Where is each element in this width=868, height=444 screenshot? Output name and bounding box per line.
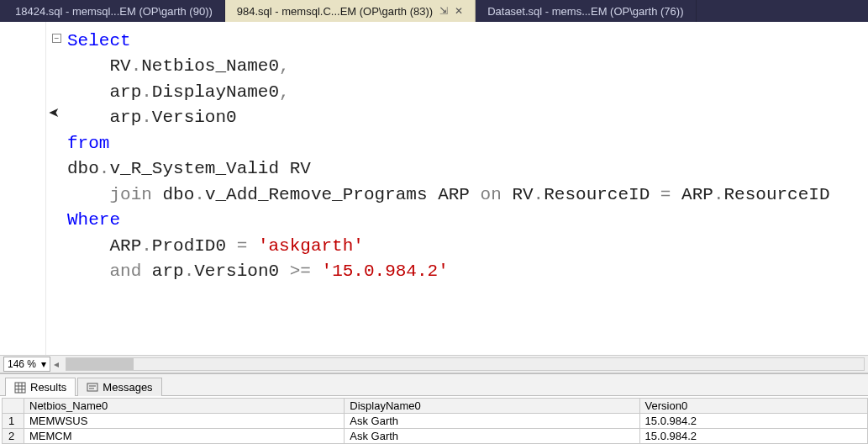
cell[interactable]: Ask Garth [345,414,639,429]
result-tab-strip: Results Messages [0,374,868,396]
scroll-left-icon[interactable]: ◂ [54,358,59,370]
cell[interactable]: Ask Garth [345,429,639,444]
results-grid[interactable]: Netbios_Name0 DisplayName0 Version0 1 ME… [2,398,868,444]
pin-icon[interactable]: ⇲ [439,5,448,17]
zoom-dropdown[interactable]: 146 % ▾ [3,357,50,372]
tab-dataset[interactable]: Dataset.sql - mems...EM (OP\garth (76)) [476,0,696,22]
select-keyword: Select [67,31,131,50]
cell[interactable]: 15.0.984.2 [639,429,867,444]
cell[interactable]: 15.0.984.2 [639,414,867,429]
on-keyword: on [481,185,502,204]
tab-label: Dataset.sql - mems...EM (OP\garth (76)) [487,5,683,18]
tab-results[interactable]: Results [5,378,76,396]
chevron-down-icon: ▾ [41,358,46,370]
results-tab-label: Results [30,381,66,394]
horizontal-scrollbar[interactable] [66,357,865,371]
sql-editor[interactable]: − ➤ Select RV.Netbios_Name0, arp.Display… [0,22,868,355]
tbl2-alias: ARP [438,185,470,204]
svg-rect-0 [15,383,25,393]
tab-label: 18424.sql - memsql...EM (OP\garth (90)) [15,5,213,18]
grid-header-row: Netbios_Name0 DisplayName0 Version0 [3,399,868,414]
tab-label: 984.sql - memsql.C...EM (OP\garth (83)) [237,5,433,18]
outline-gutter [45,22,46,355]
editor-status-bar: 146 % ▾ ◂ [0,355,868,373]
col3-name: Version0 [152,108,237,127]
scrollbar-thumb[interactable] [66,358,134,370]
tbl2-name: v_Add_Remove_Programs [205,185,428,204]
row-number[interactable]: 2 [3,429,24,444]
col1-prefix: RV [109,56,130,76]
svg-rect-5 [87,383,97,391]
zoom-value: 146 % [8,358,36,370]
tab-984[interactable]: 984.sql - memsql.C...EM (OP\garth (83)) … [225,0,476,22]
tab-18424[interactable]: 18424.sql - memsql...EM (OP\garth (90)) [3,0,225,22]
collapse-toggle[interactable]: − [52,34,61,43]
table-row[interactable]: 1 MEMWSUS Ask Garth 15.0.984.2 [3,414,868,429]
corner-cell [3,399,24,414]
table-row[interactable]: 2 MEMCM Ask Garth 15.0.984.2 [3,429,868,444]
messages-tab-label: Messages [103,381,152,394]
col-header[interactable]: Netbios_Name0 [24,399,345,414]
col-header[interactable]: DisplayName0 [345,399,639,414]
where-keyword: Where [67,210,120,230]
cell[interactable]: MEMCM [24,429,345,444]
version-literal: '15.0.984.2' [322,262,449,281]
row-number[interactable]: 1 [3,414,24,429]
ssms-window: 18424.sql - memsql...EM (OP\garth (90)) … [0,0,868,444]
tbl2-schema: dbo [162,185,194,204]
sql-code[interactable]: Select RV.Netbios_Name0, arp.DisplayName… [0,22,868,291]
and-keyword: and [109,262,141,281]
from-keyword: from [67,134,109,153]
cursor-arrow-icon: ➤ [49,104,60,120]
tbl1-schema: dbo [67,159,99,178]
tab-messages[interactable]: Messages [77,378,161,396]
messages-icon [87,382,98,394]
cell[interactable]: MEMWSUS [24,414,345,429]
close-icon[interactable]: ✕ [455,5,463,17]
prodid-literal: 'askgarth' [258,236,364,256]
tbl1-name: v_R_System_Valid [109,159,279,178]
col2-name: DisplayName0 [152,82,279,102]
col-header[interactable]: Version0 [639,399,867,414]
results-pane: Results Messages Netbios_Name0 DisplayNa… [0,373,868,444]
join-keyword: join [109,185,151,204]
grid-icon [14,382,26,394]
col2-prefix: arp [109,82,141,102]
document-tab-strip: 18424.sql - memsql...EM (OP\garth (90)) … [0,0,868,22]
col3-prefix: arp [109,108,141,127]
col1-name: Netbios_Name0 [141,56,279,76]
tbl1-alias: RV [290,159,311,178]
